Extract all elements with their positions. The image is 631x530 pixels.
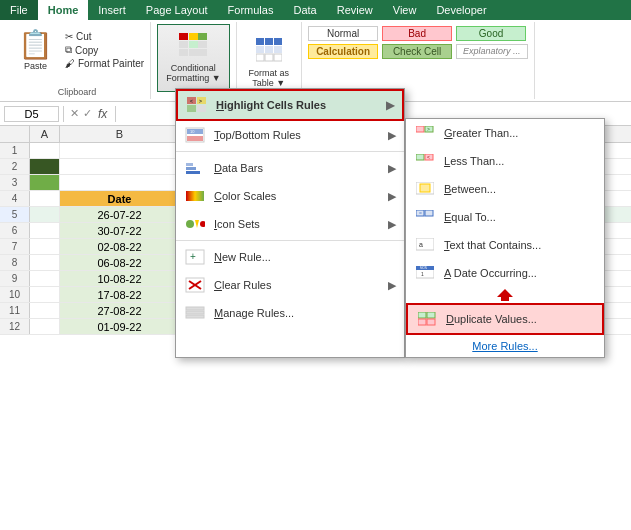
cell[interactable]: 17-08-22: [60, 287, 180, 302]
col-header-a[interactable]: A: [30, 126, 60, 142]
dropdown-overlay: < > Highlight Cells Rules ▶ 10 Top/Botto…: [175, 88, 605, 358]
color-scales-arrow: ▶: [388, 190, 396, 203]
format-table-button[interactable]: Format asTable ▼: [243, 29, 296, 97]
more-rules-link[interactable]: More Rules...: [406, 335, 604, 357]
sub-menu-item-duplicate-values[interactable]: Duplicate Values...: [406, 303, 604, 335]
menu-item-new-rule[interactable]: + New Rule...: [176, 243, 404, 271]
cell[interactable]: [30, 191, 60, 206]
svg-rect-46: [416, 154, 424, 160]
tab-page-layout[interactable]: Page Layout: [136, 0, 218, 20]
style-normal[interactable]: Normal: [308, 26, 378, 41]
menu-item-data-bars[interactable]: Data Bars ▶: [176, 154, 404, 182]
sub-menu-item-equal-to[interactable]: = Equal To...: [406, 203, 604, 231]
formula-separator-2: [115, 106, 116, 122]
cell[interactable]: 26-07-22: [60, 207, 180, 222]
color-scales-icon: [184, 187, 206, 205]
fx-label: fx: [98, 107, 107, 121]
cell[interactable]: [30, 319, 60, 334]
cell[interactable]: [60, 159, 180, 174]
col-header-b[interactable]: B: [60, 126, 180, 142]
cell[interactable]: [30, 159, 60, 174]
cut-button[interactable]: ✂ Cut: [65, 30, 144, 43]
equal-to-label: Equal To...: [444, 211, 496, 223]
cell[interactable]: [60, 143, 180, 158]
svg-text:>: >: [427, 126, 430, 132]
sub-menu-item-greater-than[interactable]: > Greater Than...: [406, 119, 604, 147]
cell[interactable]: 10-08-22: [60, 271, 180, 286]
cell[interactable]: 06-08-22: [60, 255, 180, 270]
cell[interactable]: Date: [60, 191, 180, 206]
style-row-1: Normal Bad Good: [308, 26, 526, 41]
cell[interactable]: [30, 223, 60, 238]
sub-menu-item-date-occurring[interactable]: MON 1 A Date Occurring...: [406, 259, 604, 287]
format-painter-button[interactable]: 🖌 Format Painter: [65, 57, 144, 70]
menu-item-top-bottom[interactable]: 10 Top/Bottom Rules ▶: [176, 121, 404, 149]
date-occurring-label: A Date Occurring...: [444, 267, 537, 279]
style-calculation[interactable]: Calculation: [308, 44, 378, 59]
red-arrow-indicator: [406, 287, 604, 303]
menu-separator-1: [176, 151, 404, 152]
cell[interactable]: [30, 175, 60, 190]
style-explanatory[interactable]: Explanatory ...: [456, 44, 528, 59]
tab-data[interactable]: Data: [283, 0, 326, 20]
style-bad[interactable]: Bad: [382, 26, 452, 41]
format-table-label: Format asTable ▼: [249, 68, 290, 88]
manage-rules-label: Manage Rules...: [214, 307, 294, 319]
sub-menu-item-text-contains[interactable]: a Text that Contains...: [406, 231, 604, 259]
clipboard-group: 📋 Paste ✂ Cut ⧉ Copy 🖌 Format Painter Cl…: [4, 22, 151, 99]
cell[interactable]: [30, 207, 60, 222]
svg-text:<: <: [427, 154, 430, 160]
tab-view[interactable]: View: [383, 0, 427, 20]
cell[interactable]: 01-09-22: [60, 319, 180, 334]
svg-rect-2: [198, 33, 207, 40]
menu-item-clear-rules[interactable]: Clear Rules ▶: [176, 271, 404, 299]
row-num: 7: [0, 239, 30, 254]
sub-menu-item-less-than[interactable]: < Less Than...: [406, 147, 604, 175]
cut-icon: ✂: [65, 31, 73, 42]
greater-than-icon: >: [414, 124, 436, 142]
cell[interactable]: [30, 143, 60, 158]
text-contains-icon: a: [414, 236, 436, 254]
cell[interactable]: 27-08-22: [60, 303, 180, 318]
duplicate-values-label: Duplicate Values...: [446, 313, 537, 325]
less-than-label: Less Than...: [444, 155, 504, 167]
sub-menu-item-between[interactable]: Between...: [406, 175, 604, 203]
tab-developer[interactable]: Developer: [426, 0, 496, 20]
menu-item-icon-sets[interactable]: Icon Sets ▶: [176, 210, 404, 238]
cell[interactable]: 02-08-22: [60, 239, 180, 254]
paste-button[interactable]: 📋 Paste: [10, 26, 61, 73]
cell[interactable]: [30, 271, 60, 286]
paste-icon: 📋: [18, 28, 53, 61]
svg-rect-1: [189, 33, 198, 40]
style-check-cell[interactable]: Check Cell: [382, 44, 452, 59]
svg-text:MON: MON: [420, 266, 427, 270]
formula-x-button[interactable]: ✕: [70, 107, 79, 120]
row-num: 2: [0, 159, 30, 174]
cell[interactable]: [30, 303, 60, 318]
tab-file[interactable]: File: [0, 0, 38, 20]
style-good[interactable]: Good: [456, 26, 526, 41]
conditional-formatting-button[interactable]: ConditionalFormatting ▼: [157, 24, 229, 92]
menu-item-color-scales[interactable]: Color Scales ▶: [176, 182, 404, 210]
copy-button[interactable]: ⧉ Copy: [65, 43, 144, 57]
svg-rect-64: [427, 319, 435, 325]
cell-ref-input[interactable]: [4, 106, 59, 122]
cell[interactable]: [30, 287, 60, 302]
ribbon-tabs: File Home Insert Page Layout Formulas Da…: [0, 0, 631, 20]
formula-check-button[interactable]: ✓: [83, 107, 92, 120]
top-bottom-icon: 10: [184, 126, 206, 144]
cell[interactable]: 30-07-22: [60, 223, 180, 238]
tab-formulas[interactable]: Formulas: [218, 0, 284, 20]
menu-item-manage-rules[interactable]: Manage Rules...: [176, 299, 404, 327]
cell[interactable]: [60, 175, 180, 190]
clear-rules-arrow: ▶: [388, 279, 396, 292]
tab-insert[interactable]: Insert: [88, 0, 136, 20]
svg-rect-9: [256, 38, 264, 45]
cell[interactable]: [30, 239, 60, 254]
menu-item-highlight[interactable]: < > Highlight Cells Rules ▶: [176, 89, 404, 121]
tab-home[interactable]: Home: [38, 0, 89, 20]
tab-review[interactable]: Review: [327, 0, 383, 20]
clipboard-group-label: Clipboard: [4, 85, 150, 97]
color-scales-label: Color Scales: [214, 190, 276, 202]
cell[interactable]: [30, 255, 60, 270]
